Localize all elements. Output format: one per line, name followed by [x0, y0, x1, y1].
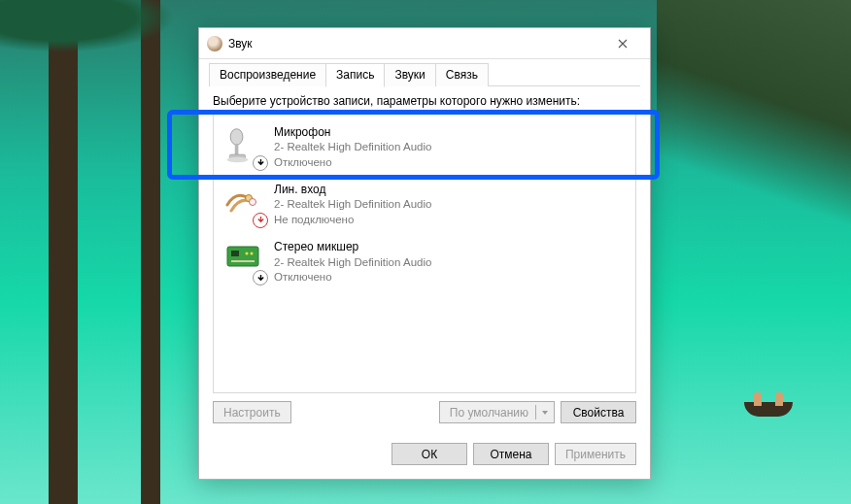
device-status: Отключено [274, 270, 431, 286]
tab-playback[interactable]: Воспроизведение [209, 63, 326, 86]
apply-button: Применить [555, 443, 636, 465]
bg-tree [141, 0, 160, 504]
device-name: Стерео микшер [274, 239, 431, 254]
set-default-label: По умолчанию [450, 406, 528, 420]
set-default-button: По умолчанию [439, 401, 555, 423]
svg-point-3 [227, 156, 249, 161]
svg-rect-1 [235, 144, 239, 154]
tab-bar: Воспроизведение Запись Звуки Связь [199, 59, 650, 86]
down-arrow-badge-icon [253, 270, 268, 286]
device-description: 2- Realtek High Definition Audio [274, 197, 431, 213]
close-icon [618, 39, 628, 49]
svg-rect-7 [231, 251, 239, 256]
chevron-down-icon [541, 409, 549, 417]
device-info: Микрофон 2- Realtek High Definition Audi… [274, 124, 431, 170]
down-arrow-badge-icon [253, 155, 268, 171]
device-list: Микрофон 2- Realtek High Definition Audi… [213, 114, 636, 393]
svg-rect-10 [231, 260, 255, 262]
svg-point-8 [246, 252, 249, 255]
device-description: 2- Realtek High Definition Audio [274, 140, 431, 155]
bg-shore [657, 0, 851, 252]
device-description: 2- Realtek High Definition Audio [274, 255, 431, 271]
device-status: Отключено [274, 155, 431, 171]
tab-sounds[interactable]: Звуки [384, 63, 435, 86]
sound-icon [207, 36, 222, 51]
sound-dialog: Звук Воспроизведение Запись Звуки Связь … [198, 27, 651, 480]
action-row: Настроить По умолчанию Свойства [213, 401, 636, 423]
microphone-icon [223, 126, 266, 169]
device-item-stereo-mixer[interactable]: Стерео микшер 2- Realtek High Definition… [214, 233, 635, 290]
window-title: Звук [228, 37, 603, 50]
svg-point-0 [230, 128, 243, 144]
device-item-microphone[interactable]: Микрофон 2- Realtek High Definition Audi… [214, 118, 635, 176]
device-item-line-in[interactable]: Лин. вход 2- Realtek High Definition Aud… [214, 176, 635, 233]
bg-foliage [0, 0, 194, 58]
cancel-button[interactable]: Отмена [473, 443, 549, 465]
mixer-icon [223, 241, 266, 284]
titlebar: Звук [199, 28, 650, 59]
device-name: Микрофон [274, 124, 431, 140]
ok-button[interactable]: ОК [391, 443, 467, 465]
instruction-text: Выберите устройство записи, параметры ко… [213, 94, 636, 108]
dialog-footer: ОК Отмена Применить [199, 433, 650, 479]
bg-tree [49, 0, 78, 504]
device-status: Не подключено [274, 213, 431, 228]
close-button[interactable] [603, 30, 642, 57]
svg-point-5 [250, 198, 256, 205]
device-name: Лин. вход [274, 182, 431, 197]
tab-communications[interactable]: Связь [435, 63, 489, 86]
configure-button: Настроить [213, 401, 291, 423]
line-in-icon [223, 184, 266, 226]
tab-recording[interactable]: Запись [325, 63, 385, 87]
down-arrow-badge-icon [253, 213, 268, 228]
svg-point-9 [251, 252, 254, 255]
bg-boat [744, 402, 793, 417]
tab-content: Выберите устройство записи, параметры ко… [199, 86, 650, 433]
device-info: Лин. вход 2- Realtek High Definition Aud… [274, 182, 431, 227]
split-separator [535, 405, 536, 420]
device-info: Стерео микшер 2- Realtek High Definition… [274, 239, 431, 285]
properties-button[interactable]: Свойства [561, 401, 636, 423]
